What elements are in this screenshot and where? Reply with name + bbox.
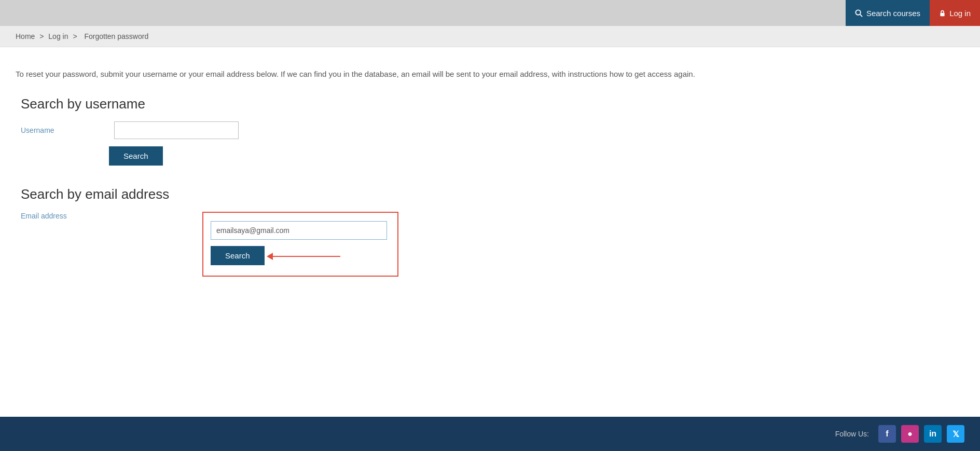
svg-rect-2	[941, 12, 945, 16]
topbar-actions: Search courses Log in	[846, 0, 980, 26]
username-form-row: Username	[21, 121, 964, 139]
email-search-button[interactable]: Search	[211, 246, 265, 265]
login-label: Log in	[949, 9, 971, 18]
intro-text: To reset your password, submit your user…	[16, 68, 794, 80]
email-input-row	[211, 221, 387, 240]
username-search-button[interactable]: Search	[109, 146, 163, 166]
svg-point-0	[855, 10, 860, 15]
email-label: Email address	[21, 212, 114, 220]
breadcrumb: Home > Log in > Forgotten password	[0, 26, 980, 47]
username-section: Search by username Username Search	[16, 96, 964, 166]
search-icon	[855, 9, 863, 17]
linkedin-icon[interactable]: in	[924, 425, 942, 443]
breadcrumb-home[interactable]: Home	[16, 32, 35, 40]
facebook-icon[interactable]: f	[878, 425, 896, 443]
search-courses-label: Search courses	[866, 9, 920, 18]
topbar: Search courses Log in	[0, 0, 980, 26]
search-courses-button[interactable]: Search courses	[846, 0, 930, 26]
email-section-title: Search by email address	[21, 186, 964, 202]
username-section-title: Search by username	[21, 96, 964, 112]
svg-line-1	[860, 14, 862, 16]
email-highlight-box: Search	[202, 212, 398, 277]
username-label: Username	[21, 126, 114, 134]
twitter-icon[interactable]: 𝕏	[947, 425, 964, 443]
follow-us-label: Follow Us:	[835, 430, 869, 438]
footer: Follow Us: f ● in 𝕏	[0, 417, 980, 451]
email-search-row: Search	[211, 246, 387, 265]
email-input[interactable]	[211, 221, 387, 240]
lock-icon	[939, 10, 946, 17]
breadcrumb-current: Forgotten password	[84, 32, 148, 40]
login-button[interactable]: Log in	[930, 0, 980, 26]
username-input[interactable]	[114, 121, 239, 139]
email-label-row: Email address Search	[21, 212, 964, 277]
email-section: Search by email address Email address Se…	[16, 186, 964, 277]
breadcrumb-login[interactable]: Log in	[48, 32, 68, 40]
arrow-indicator	[267, 253, 340, 260]
main-content: To reset your password, submit your user…	[0, 47, 980, 417]
arrow-line	[273, 256, 340, 257]
arrow-head-icon	[267, 253, 273, 260]
instagram-icon[interactable]: ●	[901, 425, 919, 443]
